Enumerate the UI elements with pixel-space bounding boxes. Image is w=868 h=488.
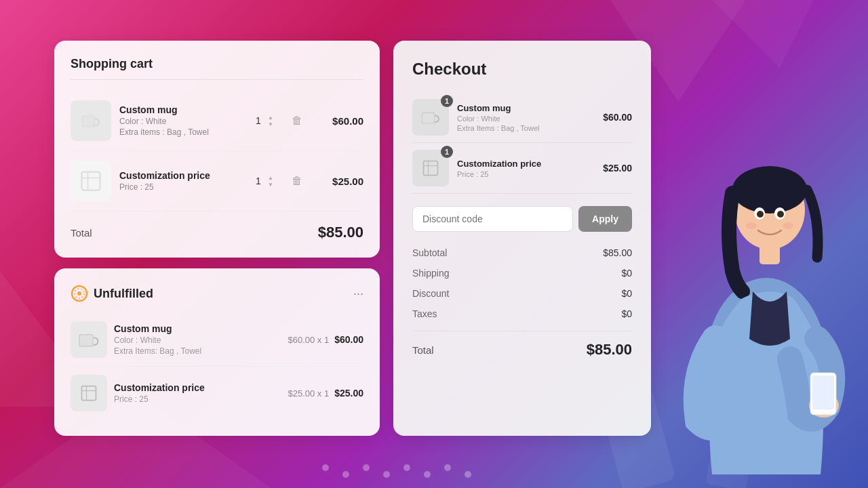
discount-value: $0 (621, 288, 632, 299)
checkout-item-mug-name: Custom mug (457, 103, 595, 113)
svg-point-17 (90, 113, 93, 116)
checkout-item-customization-info: Customization price Price : 25 (457, 159, 595, 178)
cart-item-customization-qty: 1 ▲ ▼ (254, 175, 275, 188)
cart-total-row: Total $85.00 (71, 214, 363, 241)
svg-rect-26 (82, 386, 96, 401)
apply-discount-button[interactable]: Apply (578, 206, 632, 232)
checkout-panel: Checkout 1 Custom mug Color : White Extr… (393, 41, 651, 436)
unfulfilled-card: Unfulfilled ··· Custom mug Color : White… (54, 268, 380, 436)
unfulfilled-item-customization-info: Customization price Price : 25 (114, 382, 281, 404)
cart-item-mug-qty-arrows[interactable]: ▲ ▼ (266, 115, 275, 127)
shipping-value: $0 (621, 268, 632, 279)
checkout-item-mug-info: Custom mug Color : White Extra Items : B… (457, 103, 595, 132)
svg-point-23 (77, 291, 81, 296)
unfulfilled-item-mug-extras: Extra Items: Bag , Towel (114, 346, 281, 356)
cart-item-customization-qty-number: 1 (254, 176, 263, 186)
cart-item-mug-qty: 1 ▲ ▼ (254, 115, 275, 127)
svg-rect-30 (422, 113, 434, 123)
checkout-item-customization-image: 1 (412, 150, 449, 186)
cart-item-mug: Custom mug Color : White Extra items : B… (71, 91, 363, 151)
unfulfilled-item-mug-info: Custom mug Color : White Extra Items: Ba… (114, 323, 281, 356)
cart-item-customization-info: Customization price Price : 25 (119, 170, 245, 192)
unfulfilled-more-options[interactable]: ··· (353, 287, 363, 301)
shipping-label: Shipping (412, 268, 450, 279)
checkout-summary: Subtotal $85.00 Shipping $0 Discount $0 … (412, 243, 632, 359)
unfulfilled-item-mug-image (71, 321, 107, 358)
cart-item-customization: Customization price Price : 25 1 ▲ ▼ 🗑 $… (71, 151, 363, 211)
unfulfilled-title: Unfulfilled (94, 287, 153, 301)
cart-item-customization-name: Customization price (119, 170, 245, 181)
unfulfilled-item-mug-prices: $60.00 x 1 $60.00 (288, 334, 363, 345)
checkout-total-row: Total $85.00 (412, 338, 632, 359)
cart-total-label: Total (71, 227, 92, 239)
checkout-item-customization-color: Price : 25 (457, 170, 595, 178)
unfulfilled-item-customization-color: Price : 25 (114, 394, 281, 404)
discount-code-input[interactable] (412, 206, 573, 232)
checkout-item-customization-name: Customization price (457, 159, 595, 169)
unfulfilled-item-mug-name: Custom mug (114, 323, 281, 334)
unfulfilled-item-customization: Customization price Price : 25 $25.00 x … (71, 367, 363, 420)
unfulfilled-header: Unfulfilled ··· (71, 285, 363, 302)
cart-item-customization-color: Price : 25 (119, 182, 245, 192)
cart-item-mug-color: Color : White (119, 117, 245, 126)
svg-point-16 (87, 113, 90, 117)
discount-row: Apply (412, 206, 632, 232)
cart-item-customization-price: $25.00 (316, 176, 363, 187)
summary-divider (412, 331, 632, 331)
unfulfilled-title-row: Unfulfilled (71, 285, 153, 302)
unfulfilled-item-customization-prices: $25.00 x 1 $25.00 (288, 388, 363, 399)
cart-item-customization-delete[interactable]: 🗑 (286, 172, 308, 190)
unfulfilled-icon (71, 285, 88, 302)
svg-rect-18 (82, 172, 100, 190)
svg-rect-15 (83, 117, 94, 126)
checkout-total-amount: $85.00 (587, 341, 632, 359)
cart-total-amount: $85.00 (318, 224, 363, 241)
cart-item-mug-image (71, 100, 111, 141)
unfulfilled-item-customization-total: $25.00 (334, 388, 363, 399)
checkout-total-label: Total (412, 344, 434, 356)
unfulfilled-item-mug-unit: $60.00 x 1 (288, 335, 329, 345)
checkout-item-customization-badge: 1 (441, 146, 453, 158)
subtotal-value: $85.00 (603, 247, 632, 258)
svg-rect-25 (80, 335, 93, 346)
cart-item-mug-qty-number: 1 (254, 115, 263, 126)
shopping-cart-card: Shopping cart Custom mug Color : White E… (54, 41, 380, 258)
qty-up-arrow-2[interactable]: ▲ (266, 175, 275, 181)
unfulfilled-item-customization-unit: $25.00 x 1 (288, 388, 329, 399)
unfulfilled-item-mug-color: Color : White (114, 336, 281, 345)
discount-label: Discount (412, 288, 449, 299)
checkout-item-mug-price: $60.00 (603, 112, 632, 123)
checkout-item-customization: 1 Customization price Price : 25 $25.00 (412, 143, 632, 194)
checkout-item-mug-badge: 1 (441, 95, 453, 107)
cart-item-mug-extras: Extra items : Bag , Towel (119, 127, 245, 137)
checkout-item-mug-color: Color : White (457, 115, 595, 123)
taxes-row: Taxes $0 (412, 304, 632, 324)
unfulfilled-item-mug-total: $60.00 (334, 334, 363, 345)
subtotal-label: Subtotal (412, 247, 447, 258)
subtotal-row: Subtotal $85.00 (412, 243, 632, 263)
qty-up-arrow[interactable]: ▲ (266, 115, 275, 121)
cart-item-mug-delete[interactable]: 🗑 (286, 112, 308, 129)
checkout-title: Checkout (412, 60, 632, 79)
checkout-item-mug-extras: Extra Items : Bag , Towel (457, 124, 595, 132)
cart-item-mug-info: Custom mug Color : White Extra items : B… (119, 104, 245, 137)
shopping-cart-title: Shopping cart (71, 57, 363, 80)
taxes-label: Taxes (412, 308, 437, 319)
checkout-item-customization-price: $25.00 (603, 163, 632, 174)
qty-down-arrow[interactable]: ▼ (266, 121, 275, 127)
unfulfilled-item-customization-image (71, 375, 107, 411)
cart-item-customization-image (71, 161, 111, 201)
cart-item-mug-price: $60.00 (316, 115, 363, 127)
svg-rect-31 (424, 161, 438, 176)
unfulfilled-item-mug: Custom mug Color : White Extra Items: Ba… (71, 313, 363, 367)
checkout-item-mug-image: 1 (412, 99, 449, 136)
shipping-row: Shipping $0 (412, 263, 632, 283)
cart-item-customization-qty-arrows[interactable]: ▲ ▼ (266, 175, 275, 188)
cart-item-mug-name: Custom mug (119, 104, 245, 115)
qty-down-arrow-2[interactable]: ▼ (266, 182, 275, 188)
unfulfilled-item-customization-name: Customization price (114, 382, 281, 393)
discount-summary-row: Discount $0 (412, 283, 632, 304)
taxes-value: $0 (621, 308, 632, 319)
checkout-item-mug: 1 Custom mug Color : White Extra Items :… (412, 92, 632, 143)
